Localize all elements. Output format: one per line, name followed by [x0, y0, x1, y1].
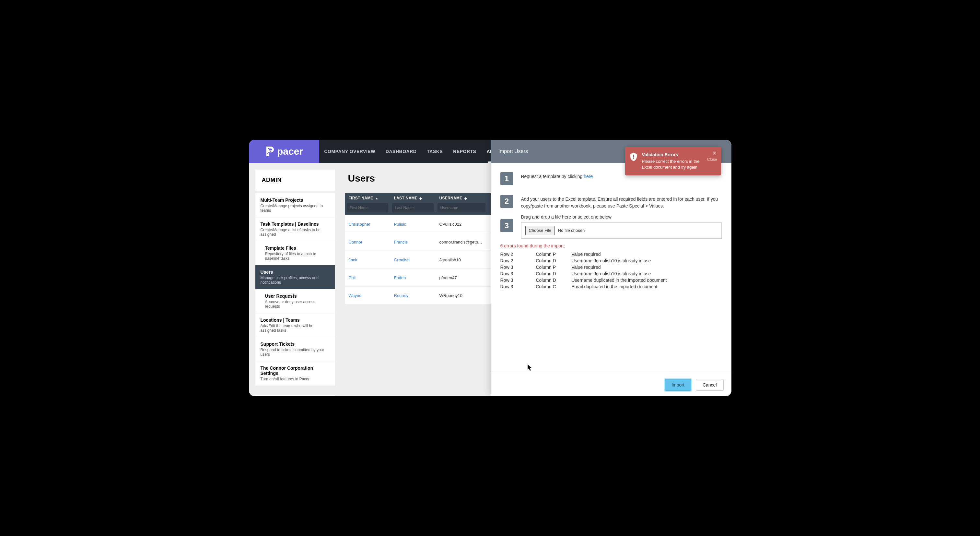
sidebar-item-task-templates-baselines[interactable]: Task Templates | BaselinesCreate/Manage … [255, 217, 335, 241]
cell-last[interactable]: Grealish [390, 257, 436, 262]
column-label: FIRST NAME [349, 196, 373, 200]
user-link[interactable]: Francis [394, 239, 408, 244]
error-row: Row 3Column DUsername duplicated in the … [500, 277, 722, 283]
nav-item-tasks[interactable]: TASKS [422, 140, 448, 163]
nav-item-dashboard[interactable]: DASHBOARD [380, 140, 422, 163]
user-link[interactable]: Pulisic [394, 222, 406, 227]
sidebar-item-template-files[interactable]: Template FilesRepository of files to att… [255, 241, 335, 265]
error-msg: Value required [572, 252, 722, 257]
shield-warning-icon [630, 153, 638, 161]
errors-table: Row 2Column PValue requiredRow 2Column D… [500, 251, 722, 290]
sidebar-item-title: The Connor Corporation Settings [261, 365, 330, 376]
filter-input-username[interactable] [438, 203, 485, 212]
cell-user: CPulisic022 [436, 222, 487, 227]
cell-user: pfoden47 [436, 275, 487, 280]
no-file-label: No file chosen [558, 227, 585, 234]
sidebar-item-title: Multi-Team Projects [261, 198, 330, 203]
sidebar-header-location: LOCATION CONFIG [255, 395, 335, 396]
cell-last[interactable]: Foden [390, 275, 436, 280]
sidebar-item-users[interactable]: UsersManage user profiles, access and no… [255, 265, 335, 289]
column-header-first-name[interactable]: FIRST NAME▲ [345, 193, 390, 203]
cell-first[interactable]: Connor [345, 239, 390, 244]
cell-first[interactable]: Christopher [345, 222, 390, 227]
error-col: Column P [536, 252, 572, 257]
error-msg: Value required [572, 265, 722, 270]
choose-file-button[interactable]: Choose File [525, 226, 555, 235]
main-nav: COMPANY OVERVIEWDASHBOARDTASKSREPORTSADM… [319, 140, 508, 163]
sidebar-item-desc: Manage user profiles, access and notific… [261, 276, 330, 285]
user-link[interactable]: Rooney [394, 293, 409, 298]
nav-item-company-overview[interactable]: COMPANY OVERVIEW [319, 140, 380, 163]
sidebar-item-support-tickets[interactable]: Support TicketsRespond to tickets submit… [255, 337, 335, 361]
column-header-username[interactable]: USERNAME◆ [436, 193, 487, 203]
sidebar-list: Multi-Team ProjectsCreate/Manage project… [255, 193, 335, 386]
toast-title: Validation Errors [642, 152, 708, 157]
admin-sidebar: ADMIN Multi-Team ProjectsCreate/Manage p… [249, 163, 342, 396]
sidebar-item-title: Users [261, 270, 330, 274]
toast-close-x-icon[interactable]: ✕ [712, 150, 716, 156]
svg-rect-2 [633, 158, 634, 159]
toast-close-label[interactable]: Close [707, 157, 717, 162]
sidebar-item-title: Template Files [265, 246, 330, 250]
cell-last[interactable]: Francis [390, 239, 436, 244]
sidebar-item-multi-team-projects[interactable]: Multi-Team ProjectsCreate/Manage project… [255, 193, 335, 217]
error-row: Row 3Column CEmail duplicated in the imp… [500, 283, 722, 290]
sidebar-item-title: User Requests [265, 294, 330, 298]
drawer-footer: Import Cancel [491, 373, 732, 396]
file-input-box[interactable]: Choose File No file chosen [521, 222, 722, 239]
user-link[interactable]: Connor [349, 239, 363, 244]
sidebar-header-admin: ADMIN [255, 169, 335, 191]
cell-first[interactable]: Jack [345, 257, 390, 262]
error-row: Row 3 [500, 284, 536, 289]
step-number-1: 1 [500, 172, 513, 185]
drawer-title: Import Users [498, 148, 528, 154]
user-link[interactable]: Phil [349, 275, 356, 280]
sidebar-item-desc: Create/Manage projects assigned to teams [261, 204, 330, 213]
sidebar-item-the-connor-corporation-settings[interactable]: The Connor Corporation SettingsTurn on/o… [255, 361, 335, 386]
user-link[interactable]: Foden [394, 275, 406, 280]
sidebar-item-user-requests[interactable]: User RequestsApprove or deny user access… [255, 289, 335, 313]
import-users-drawer: Import Users 1 Request a template by cli… [491, 140, 732, 396]
sidebar-item-desc: Repository of files to attach to baselin… [265, 252, 330, 261]
column-header-last-name[interactable]: LAST NAME◆ [390, 193, 436, 203]
request-template-link[interactable]: here [584, 174, 593, 179]
cell-user: WRooney10 [436, 293, 487, 298]
import-button[interactable]: Import [665, 379, 691, 391]
sidebar-item-title: Task Templates | Baselines [261, 222, 330, 227]
error-col: Column P [536, 265, 572, 270]
nav-item-reports[interactable]: REPORTS [448, 140, 481, 163]
error-row: Row 2Column DUsername Jgrealish10 is alr… [500, 257, 722, 264]
pacer-logo-icon [265, 146, 275, 157]
cell-user: Jgrealish10 [436, 257, 487, 262]
step-3-content: Drag and drop a file here or select one … [521, 219, 722, 239]
app-window: pacer COMPANY OVERVIEWDASHBOARDTASKSREPO… [249, 140, 732, 396]
sidebar-item-desc: Create/Manage a list of tasks to be assi… [261, 228, 330, 237]
error-row: Row 2 [500, 258, 536, 263]
sidebar-item-locations-teams[interactable]: Locations | TeamsAdd/Edit the teams who … [255, 313, 335, 337]
filter-input-last-name[interactable] [392, 203, 434, 212]
sidebar-item-desc: Approve or deny user access requests [265, 300, 330, 309]
svg-rect-1 [633, 155, 634, 158]
sidebar-item-desc: Turn on/off features in Pacer [261, 377, 330, 381]
sidebar-item-desc: Add/Edit the teams who will be assigned … [261, 324, 330, 333]
user-link[interactable]: Wayne [349, 293, 362, 298]
user-link[interactable]: Christopher [349, 222, 371, 227]
errors-heading: 6 errors found during the import: [500, 243, 722, 248]
user-link[interactable]: Grealish [394, 257, 410, 262]
error-msg: Email duplicated in the imported documen… [572, 284, 722, 289]
brand-name: pacer [277, 146, 303, 157]
cell-last[interactable]: Rooney [390, 293, 436, 298]
cell-last[interactable]: Pulisic [390, 222, 436, 227]
svg-point-0 [268, 148, 269, 149]
brand-logo[interactable]: pacer [249, 140, 319, 163]
error-row: Row 3Column PValue required [500, 264, 722, 270]
mouse-cursor-icon [528, 364, 532, 371]
cell-first[interactable]: Wayne [345, 293, 390, 298]
filter-input-first-name[interactable] [347, 203, 388, 212]
sort-asc-icon: ▲ [375, 196, 379, 200]
cell-first[interactable]: Phil [345, 275, 390, 280]
validation-error-toast: Validation Errors Please correct the err… [625, 147, 721, 175]
sidebar-item-desc: Respond to tickets submitted by your use… [261, 348, 330, 357]
cancel-button[interactable]: Cancel [696, 379, 724, 391]
user-link[interactable]: Jack [349, 257, 358, 262]
